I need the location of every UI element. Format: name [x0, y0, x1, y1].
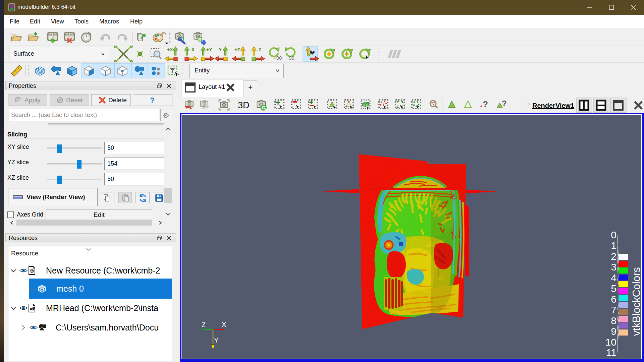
svg-text:-X: -X [190, 47, 195, 52]
svg-text:8: 8 [611, 315, 616, 326]
svg-text:2: 2 [611, 251, 616, 262]
svg-text:+90: +90 [273, 55, 282, 61]
svg-text:-90: -90 [287, 55, 294, 61]
svg-text:3D: 3D [238, 100, 250, 110]
svg-text:-Y: -Y [217, 47, 222, 52]
svg-text:9: 9 [611, 326, 616, 337]
svg-text:Z: Z [202, 321, 206, 328]
svg-text:?: ? [483, 99, 488, 109]
svg-text:3: 3 [611, 261, 616, 273]
svg-text:+Y: +Y [206, 47, 212, 52]
svg-text:C:\Users\sam.horvath\Docu: C:\Users\sam.horvath\Docu [56, 323, 159, 332]
svg-text:+X: +X [167, 47, 173, 52]
svg-text:vtkBlockColors: vtkBlockColors [631, 267, 641, 336]
svg-text:11: 11 [606, 347, 616, 358]
svg-text:-Z: -Z [257, 47, 262, 52]
svg-text:RenderView1: RenderView1 [532, 102, 574, 109]
svg-text:?: ? [502, 99, 507, 108]
svg-text:Y: Y [214, 337, 218, 344]
svg-text:7: 7 [611, 304, 616, 315]
svg-text:0: 0 [611, 229, 616, 240]
svg-text:1: 1 [611, 240, 616, 251]
svg-text:mesh 0: mesh 0 [56, 284, 84, 293]
svg-text:New Resource (C:\work\cmb-2: New Resource (C:\work\cmb-2 [46, 266, 160, 275]
svg-text:4: 4 [611, 272, 616, 283]
svg-text:5: 5 [611, 283, 616, 294]
svg-text:+Z: +Z [234, 47, 240, 52]
svg-text:X: X [222, 321, 226, 328]
svg-text:MRHead (C:\work\cmb-2\insta: MRHead (C:\work\cmb-2\insta [46, 303, 158, 313]
svg-text:10: 10 [605, 337, 616, 348]
svg-text:6: 6 [611, 294, 616, 305]
